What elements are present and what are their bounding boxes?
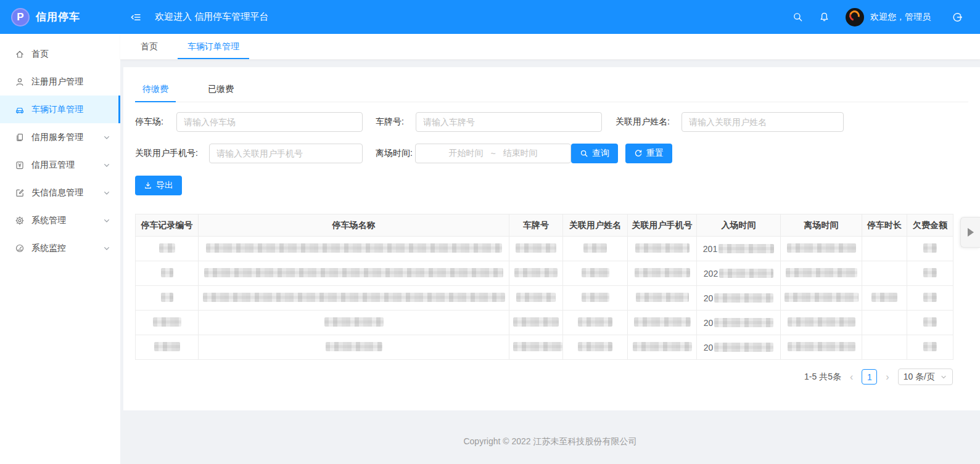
redacted-value xyxy=(161,268,173,277)
arrow-right-icon xyxy=(968,228,974,237)
gear-icon xyxy=(15,216,25,226)
redacted-value xyxy=(578,342,612,351)
sidebar-item-home[interactable]: 首页 xyxy=(0,40,120,68)
sidebar: 首页注册用户管理车辆订单管理信用服务管理信用豆管理失信信息管理系统管理系统监控 xyxy=(0,34,120,464)
parking-lot-input[interactable] xyxy=(176,112,363,132)
tab-paid[interactable]: 已缴费 xyxy=(200,77,241,102)
user-greeting[interactable]: 欢迎您，管理员 xyxy=(870,12,931,23)
search-icon[interactable] xyxy=(788,7,808,27)
sidebar-item-vehicle-orders[interactable]: 车辆订单管理 xyxy=(0,96,120,123)
redacted-value xyxy=(582,293,609,302)
sidebar-item-system-management[interactable]: 系统管理 xyxy=(0,206,120,234)
table-cell xyxy=(136,286,199,311)
redacted-value xyxy=(206,243,502,253)
exit-time-range-picker[interactable]: 开始时间~结束时间 xyxy=(415,144,571,163)
refresh-icon xyxy=(634,149,643,158)
table-cell xyxy=(509,261,563,286)
filter-row-1: 停车场:车牌号:关联用户姓名: xyxy=(135,112,968,132)
notification-bell-icon[interactable] xyxy=(814,7,834,27)
redacted-value xyxy=(513,342,562,351)
redacted-value xyxy=(159,243,175,253)
tab-pending-payment[interactable]: 待缴费 xyxy=(135,77,176,102)
redacted-value xyxy=(714,343,773,352)
redacted-value xyxy=(788,317,855,327)
sidebar-item-label: 车辆订单管理 xyxy=(31,104,110,115)
sidebar-item-label: 失信信息管理 xyxy=(31,187,102,198)
redacted-value xyxy=(714,293,773,303)
redacted-value xyxy=(786,268,857,277)
page-size-select[interactable]: 10 条/页 xyxy=(898,368,953,385)
plate-number-input[interactable] xyxy=(416,112,602,132)
welcome-banner: 欢迎进入 信用停车管理平台 xyxy=(155,11,268,23)
table-scroll-right-button[interactable] xyxy=(960,217,980,248)
reset-button[interactable]: 重置 xyxy=(625,144,672,163)
table-cell xyxy=(563,261,628,286)
table-cell xyxy=(781,261,862,286)
logo-icon: P xyxy=(11,8,30,26)
filter-group-parking-lot: 停车场: xyxy=(135,112,376,132)
table-cell xyxy=(199,286,509,311)
table-cell xyxy=(628,261,697,286)
search-icon xyxy=(580,149,588,158)
filter-label-plate-number: 车牌号: xyxy=(376,116,416,128)
redacted-value xyxy=(871,293,897,302)
user-name-input[interactable] xyxy=(681,112,844,132)
redacted-value xyxy=(161,293,173,302)
table-row: 20 xyxy=(136,335,953,360)
main-content: 首页车辆订单管理 待缴费已缴费 停车场:车牌号:关联用户姓名: 关联用户手机号:… xyxy=(120,34,980,464)
end-time-placeholder: 结束时间 xyxy=(503,148,538,159)
filter-form: 停车场:车牌号:关联用户姓名: 关联用户手机号:离场时间:开始时间~结束时间查询… xyxy=(135,112,968,163)
sidebar-item-credit-bean[interactable]: 信用豆管理 xyxy=(0,151,120,179)
page-tab-vehicle-orders[interactable]: 车辆订单管理 xyxy=(178,34,249,59)
export-button[interactable]: 导出 xyxy=(135,176,182,195)
pagination-prev-button[interactable]: ‹ xyxy=(847,372,855,383)
table-cell xyxy=(563,335,628,360)
table-cell xyxy=(907,286,953,311)
document-icon xyxy=(15,132,25,142)
filter-label-exit-time: 离场时间: xyxy=(376,148,415,159)
user-avatar[interactable] xyxy=(846,8,864,26)
table-cell xyxy=(509,237,563,261)
user-phone-input[interactable] xyxy=(209,144,363,163)
filter-group-user-phone: 关联用户手机号: xyxy=(135,144,376,163)
redacted-value xyxy=(203,293,505,302)
collapse-menu-icon[interactable] xyxy=(125,7,146,28)
app-title: 信用停车 xyxy=(36,10,80,24)
pagination-total: 1-5 共5条 xyxy=(804,372,841,383)
column-header: 停车时长 xyxy=(862,214,907,237)
page-size-value: 10 条/页 xyxy=(904,372,935,383)
logout-icon[interactable] xyxy=(947,7,968,28)
logo: P 信用停车 xyxy=(0,8,120,26)
pagination-page-1[interactable]: 1 xyxy=(862,369,877,385)
table-cell: 202 xyxy=(697,261,781,286)
table-cell xyxy=(907,237,953,261)
table-cell xyxy=(781,286,862,311)
sidebar-item-registered-users[interactable]: 注册用户管理 xyxy=(0,68,120,96)
sidebar-item-dishonesty-info[interactable]: 失信信息管理 xyxy=(0,179,120,206)
table-cell xyxy=(136,261,199,286)
sidebar-item-credit-service[interactable]: 信用服务管理 xyxy=(0,123,120,151)
pagination-next-button[interactable]: › xyxy=(883,372,891,383)
start-time-placeholder: 开始时间 xyxy=(448,148,483,159)
table-cell xyxy=(199,311,509,335)
redacted-value xyxy=(634,317,691,327)
table-cell xyxy=(199,261,509,286)
redacted-value xyxy=(714,318,773,327)
column-header: 离场时间 xyxy=(781,214,862,237)
redacted-value xyxy=(923,342,937,351)
table-cell xyxy=(136,237,199,261)
redacted-value xyxy=(516,243,556,253)
search-button[interactable]: 查询 xyxy=(571,144,618,163)
table-row: 201 xyxy=(136,237,953,261)
sidebar-item-system-monitor[interactable]: 系统监控 xyxy=(0,234,120,262)
redacted-value xyxy=(719,269,773,278)
page-tab-home[interactable]: 首页 xyxy=(131,34,168,59)
filter-label-user-name: 关联用户姓名: xyxy=(616,116,681,128)
redacted-value xyxy=(788,342,855,351)
table-cell xyxy=(136,335,199,360)
redacted-value xyxy=(719,244,774,253)
chevron-down-icon xyxy=(940,373,947,381)
column-header: 停车场名称 xyxy=(199,214,509,237)
redacted-value xyxy=(784,293,859,302)
chevron-down-icon xyxy=(102,243,112,253)
